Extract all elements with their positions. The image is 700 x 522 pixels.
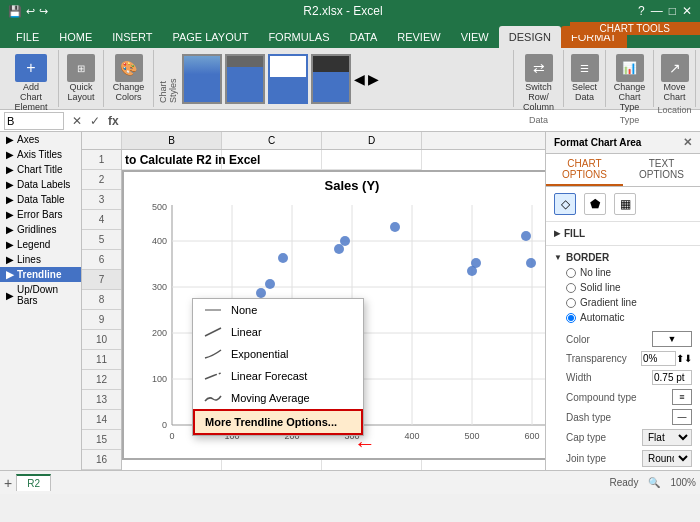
cell-c1[interactable] bbox=[222, 150, 322, 170]
tab-insert[interactable]: INSERT bbox=[102, 26, 162, 48]
ribbon-group-colors: 🎨 ChangeColors bbox=[104, 50, 154, 107]
tab-view[interactable]: VIEW bbox=[451, 26, 499, 48]
add-sheet-btn[interactable]: + bbox=[4, 475, 12, 491]
tab-data[interactable]: DATA bbox=[340, 26, 388, 48]
menu-item-linear-forecast[interactable]: Linear Forecast bbox=[193, 365, 363, 387]
change-chart-type-btn[interactable]: 📊 ChangeChart Type bbox=[610, 52, 650, 115]
zoom-btn[interactable]: 🔍 bbox=[648, 477, 660, 488]
row-num-6[interactable]: 6 bbox=[82, 250, 121, 270]
scroll-right-styles[interactable]: ▶ bbox=[368, 71, 379, 87]
chart-style-3[interactable] bbox=[268, 54, 308, 104]
menu-item-none[interactable]: None bbox=[193, 299, 363, 321]
chart-style-4[interactable] bbox=[311, 54, 351, 104]
sheet-tab-r2[interactable]: R2 bbox=[16, 474, 51, 491]
left-panel-item-chart-title[interactable]: ▶Chart Title bbox=[0, 162, 81, 177]
color-picker-btn[interactable]: ▼ bbox=[652, 331, 692, 347]
formula-input[interactable] bbox=[123, 115, 696, 127]
menu-item-linear[interactable]: Linear bbox=[193, 321, 363, 343]
select-data-btn[interactable]: ☰ SelectData bbox=[567, 52, 603, 105]
menu-item-more-trendline[interactable]: More Trendline Options... bbox=[193, 409, 363, 435]
minimize-btn[interactable]: — bbox=[651, 4, 663, 18]
border-section-header[interactable]: ▼ BORDER bbox=[554, 250, 692, 265]
chart-style-2[interactable] bbox=[225, 54, 265, 104]
cell-d1[interactable] bbox=[322, 150, 422, 170]
effects-icon-btn[interactable]: ⬟ bbox=[584, 193, 606, 215]
tab-page-layout[interactable]: PAGE LAYOUT bbox=[162, 26, 258, 48]
tab-home[interactable]: HOME bbox=[49, 26, 102, 48]
menu-item-moving-average[interactable]: Moving Average bbox=[193, 387, 363, 409]
width-input[interactable] bbox=[652, 370, 692, 385]
left-panel-item-data-labels[interactable]: ▶Data Labels bbox=[0, 177, 81, 192]
add-chart-element-btn[interactable]: + Add ChartElement bbox=[10, 52, 52, 115]
row-num-2[interactable]: 2 bbox=[82, 170, 121, 190]
cell-b1[interactable]: to Calculate R2 in Excel bbox=[122, 150, 222, 170]
row-num-8[interactable]: 8 bbox=[82, 290, 121, 310]
size-properties-icon-btn[interactable]: ▦ bbox=[614, 193, 636, 215]
tab-formulas[interactable]: FORMULAS bbox=[258, 26, 339, 48]
row-num-16[interactable]: 16 bbox=[82, 450, 121, 470]
left-panel-item-axis-titles[interactable]: ▶Axis Titles bbox=[0, 147, 81, 162]
col-header-d[interactable]: D bbox=[322, 132, 422, 149]
close-btn[interactable]: ✕ bbox=[682, 4, 692, 18]
left-panel-item-legend[interactable]: ▶Legend bbox=[0, 237, 81, 252]
move-chart-btn[interactable]: ↗ MoveChart bbox=[657, 52, 693, 105]
cancel-formula-btn[interactable]: ✕ bbox=[68, 114, 86, 128]
confirm-formula-btn[interactable]: ✓ bbox=[86, 114, 104, 128]
chart-style-1[interactable] bbox=[182, 54, 222, 104]
row-num-12[interactable]: 12 bbox=[82, 370, 121, 390]
fill-section: ▶ FILL bbox=[546, 222, 700, 246]
left-panel-item-axes[interactable]: ▶Axes bbox=[0, 132, 81, 147]
svg-text:400: 400 bbox=[152, 236, 167, 246]
quick-layout-btn[interactable]: ⊞ QuickLayout bbox=[63, 52, 99, 105]
row-num-11[interactable]: 11 bbox=[82, 350, 121, 370]
row-num-14[interactable]: 14 bbox=[82, 410, 121, 430]
left-panel-item-trendline[interactable]: ▶Trendline bbox=[0, 267, 81, 282]
quick-access-redo[interactable]: ↪ bbox=[39, 5, 48, 18]
fill-section-header[interactable]: ▶ FILL bbox=[554, 226, 692, 241]
row-num-3[interactable]: 3 bbox=[82, 190, 121, 210]
border-option-gradient-line[interactable]: Gradient line bbox=[554, 295, 692, 310]
switch-row-col-btn[interactable]: ⇄ Switch Row/Column bbox=[519, 52, 558, 115]
row-num-13[interactable]: 13 bbox=[82, 390, 121, 410]
ribbon-group-type-label: Type bbox=[620, 115, 640, 125]
compound-type-btn[interactable]: ≡ bbox=[672, 389, 692, 405]
border-option-solid-line[interactable]: Solid line bbox=[554, 280, 692, 295]
row-num-10[interactable]: 10 bbox=[82, 330, 121, 350]
ribbon-group-location-label: Location bbox=[657, 105, 691, 115]
quick-access-save[interactable]: 💾 bbox=[8, 5, 22, 18]
left-panel-item-updown-bars[interactable]: ▶Up/Down Bars bbox=[0, 282, 81, 308]
scroll-left-styles[interactable]: ◀ bbox=[354, 71, 365, 87]
left-panel-item-error-bars[interactable]: ▶Error Bars bbox=[0, 207, 81, 222]
maximize-btn[interactable]: □ bbox=[669, 4, 676, 18]
dash-type-btn[interactable]: — bbox=[672, 409, 692, 425]
change-colors-btn[interactable]: 🎨 ChangeColors bbox=[109, 52, 149, 105]
col-header-b[interactable]: B bbox=[122, 132, 222, 149]
border-option-no-line[interactable]: No line bbox=[554, 265, 692, 280]
transparency-input[interactable] bbox=[641, 351, 676, 366]
sidebar-close-btn[interactable]: ✕ bbox=[683, 136, 692, 149]
fill-line-icon-btn[interactable]: ◇ bbox=[554, 193, 576, 215]
tab-chart-options[interactable]: CHART OPTIONS bbox=[546, 154, 623, 186]
transparency-spinner[interactable]: ⬆⬇ bbox=[676, 353, 692, 364]
row-num-5[interactable]: 5 bbox=[82, 230, 121, 250]
join-type-select[interactable]: Round bbox=[642, 450, 692, 467]
row-num-4[interactable]: 4 bbox=[82, 210, 121, 230]
insert-function-btn[interactable]: fx bbox=[104, 114, 123, 128]
cap-type-select[interactable]: Flat bbox=[642, 429, 692, 446]
left-panel-item-gridlines[interactable]: ▶Gridlines bbox=[0, 222, 81, 237]
left-panel-item-data-table[interactable]: ▶Data Table bbox=[0, 192, 81, 207]
col-header-c[interactable]: C bbox=[222, 132, 322, 149]
left-panel-item-lines[interactable]: ▶Lines bbox=[0, 252, 81, 267]
tab-text-options[interactable]: TEXT OPTIONS bbox=[623, 154, 700, 186]
row-num-9[interactable]: 9 bbox=[82, 310, 121, 330]
tab-design[interactable]: DESIGN bbox=[499, 26, 561, 48]
border-option-automatic[interactable]: Automatic bbox=[554, 310, 692, 325]
tab-file[interactable]: FILE bbox=[6, 26, 49, 48]
row-num-15[interactable]: 15 bbox=[82, 430, 121, 450]
quick-access-undo[interactable]: ↩ bbox=[26, 5, 35, 18]
row-num-7[interactable]: 7 bbox=[82, 270, 121, 290]
tab-review[interactable]: REVIEW bbox=[387, 26, 450, 48]
help-btn[interactable]: ? bbox=[638, 4, 645, 18]
row-num-1[interactable]: 1 bbox=[82, 150, 121, 170]
menu-item-exponential[interactable]: Exponential bbox=[193, 343, 363, 365]
